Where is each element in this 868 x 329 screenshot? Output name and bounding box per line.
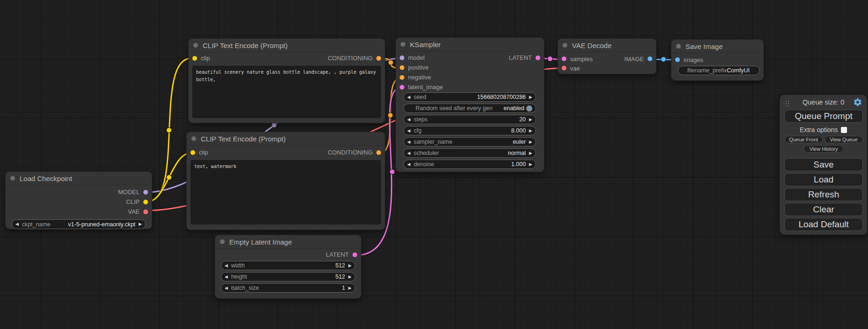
node-title-bar[interactable]: CLIP Text Encode (Prompt) [187, 132, 385, 146]
decrement-icon[interactable]: ◀ [407, 118, 410, 122]
vae-output-port[interactable] [143, 210, 148, 214]
output-label: MODEL [118, 189, 140, 196]
decrement-icon[interactable]: ◀ [407, 140, 410, 144]
link-dot[interactable] [272, 123, 277, 128]
collapse-dot-icon[interactable] [220, 239, 225, 244]
node-empty-latent-image[interactable]: Empty Latent Image LATENT ◀ width 512 ▶ … [215, 235, 361, 298]
negative-input-port[interactable] [400, 75, 404, 80]
toggle-on-icon[interactable] [526, 105, 532, 112]
decrement-icon[interactable]: ◀ [225, 264, 228, 268]
node-title: KSampler [410, 41, 441, 49]
save-button[interactable]: Save [784, 158, 863, 171]
batch-size-widget[interactable]: ◀ batch_size 1 ▶ [221, 283, 355, 293]
extra-options-checkbox[interactable] [841, 127, 847, 133]
latent-output-port[interactable] [353, 252, 357, 257]
cfg-widget[interactable]: ◀ cfg 8.000 ▶ [403, 126, 536, 135]
collapse-dot-icon[interactable] [10, 176, 15, 181]
latent-output-port[interactable] [536, 56, 540, 60]
collapse-dot-icon[interactable] [191, 136, 196, 141]
output-label: VAE [128, 208, 140, 215]
node-title-bar[interactable]: VAE Decode [558, 39, 656, 52]
decrement-icon[interactable]: ◀ [407, 129, 410, 133]
clear-button[interactable]: Clear [784, 203, 863, 216]
random-seed-toggle-widget[interactable]: Random seed after every gen enabled [403, 104, 536, 113]
load-button[interactable]: Load [784, 173, 863, 186]
latent-image-input-port[interactable] [400, 85, 404, 90]
node-clip-text-encode-negative[interactable]: CLIP Text Encode (Prompt) clip CONDITION… [187, 132, 385, 230]
images-input-port[interactable] [675, 57, 680, 62]
increment-icon[interactable]: ▶ [529, 118, 532, 122]
increment-icon[interactable]: ▶ [348, 264, 352, 268]
port-row: vae [558, 63, 656, 73]
scheduler-widget[interactable]: ◀ scheduler normal ▶ [403, 148, 536, 158]
node-title-bar[interactable]: Load Checkpoint [6, 172, 152, 185]
collapse-dot-icon[interactable] [193, 43, 198, 48]
increment-icon[interactable]: ▶ [529, 151, 532, 155]
decrement-icon[interactable]: ◀ [15, 222, 19, 226]
node-title-bar[interactable]: Empty Latent Image [215, 235, 361, 249]
seed-widget[interactable]: ◀ seed 156680208700286 ▶ [403, 92, 536, 102]
link-dot[interactable] [167, 128, 172, 133]
widget-value: 512 [335, 262, 345, 269]
link-dot[interactable] [390, 169, 395, 175]
conditioning-output-port[interactable] [376, 56, 381, 61]
node-graph-canvas[interactable]: Load Checkpoint MODEL CLIP VAE ◀ ckpt_na… [0, 0, 868, 329]
node-vae-decode[interactable]: VAE Decode samples IMAGE vae [558, 39, 656, 74]
link-dot[interactable] [661, 57, 666, 62]
port-row: latent_image [396, 82, 544, 92]
decrement-icon[interactable]: ◀ [407, 162, 410, 167]
node-title-bar[interactable]: Save Image [671, 40, 763, 53]
vae-input-port[interactable] [562, 66, 566, 70]
gear-icon[interactable] [853, 98, 862, 107]
queue-prompt-button[interactable]: Queue Prompt [784, 110, 863, 123]
load-default-button[interactable]: Load Default [784, 218, 863, 231]
collapse-dot-icon[interactable] [676, 44, 681, 49]
model-output-port[interactable] [143, 190, 148, 195]
node-save-image[interactable]: Save Image images filename_prefix ComfyU… [671, 40, 763, 80]
decrement-icon[interactable]: ◀ [407, 95, 410, 99]
queue-front-button[interactable]: Queue Front [784, 136, 823, 143]
ckpt-name-widget[interactable]: ◀ ckpt_name v1-5-pruned-emaonly.ckpt ▶ [12, 219, 146, 229]
increment-icon[interactable]: ▶ [348, 286, 352, 290]
denoise-widget[interactable]: ◀ denoise 1.000 ▶ [403, 160, 536, 169]
input-label: negative [408, 74, 431, 81]
increment-icon[interactable]: ▶ [139, 222, 142, 226]
link-dot[interactable] [388, 113, 393, 118]
increment-icon[interactable]: ▶ [529, 162, 532, 167]
samples-input-port[interactable] [562, 56, 566, 61]
link-dot[interactable] [167, 175, 172, 180]
prompt-textarea[interactable]: text, watermark [191, 160, 381, 224]
node-title-bar[interactable]: CLIP Text Encode (Prompt) [189, 39, 385, 52]
node-load-checkpoint[interactable]: Load Checkpoint MODEL CLIP VAE ◀ ckpt_na… [6, 172, 152, 229]
link-dot[interactable] [548, 56, 553, 62]
conditioning-output-port[interactable] [376, 150, 381, 155]
link-dot[interactable] [388, 60, 394, 65]
sampler-name-widget[interactable]: ◀ sampler_name euler ▶ [403, 137, 536, 147]
increment-icon[interactable]: ▶ [529, 95, 532, 99]
increment-icon[interactable]: ▶ [529, 140, 532, 144]
decrement-icon[interactable]: ◀ [407, 151, 410, 155]
model-input-port[interactable] [400, 56, 404, 60]
decrement-icon[interactable]: ◀ [225, 286, 228, 290]
clip-input-port[interactable] [192, 56, 197, 61]
increment-icon[interactable]: ▶ [348, 275, 352, 279]
prompt-textarea[interactable]: beautiful scenery nature glass bottle la… [192, 66, 381, 118]
increment-icon[interactable]: ▶ [529, 129, 532, 133]
node-title-bar[interactable]: KSampler [396, 38, 544, 51]
clip-output-port[interactable] [143, 200, 148, 204]
node-ksampler[interactable]: KSampler model LATENT positive negative … [396, 38, 544, 172]
width-widget[interactable]: ◀ width 512 ▶ [221, 261, 355, 270]
image-output-port[interactable] [648, 56, 652, 61]
refresh-button[interactable]: Refresh [784, 188, 863, 201]
positive-input-port[interactable] [400, 65, 404, 70]
view-queue-button[interactable]: View Queue [825, 136, 863, 143]
node-clip-text-encode-positive[interactable]: CLIP Text Encode (Prompt) clip CONDITION… [189, 39, 385, 123]
collapse-dot-icon[interactable] [563, 43, 567, 48]
height-widget[interactable]: ◀ height 512 ▶ [221, 272, 355, 281]
view-history-button[interactable]: View History [804, 145, 844, 153]
steps-widget[interactable]: ◀ steps 20 ▶ [403, 115, 536, 124]
filename-prefix-widget[interactable]: filename_prefix ComfyUI [678, 66, 760, 75]
collapse-dot-icon[interactable] [401, 42, 405, 47]
decrement-icon[interactable]: ◀ [225, 275, 228, 279]
clip-input-port[interactable] [191, 150, 195, 155]
